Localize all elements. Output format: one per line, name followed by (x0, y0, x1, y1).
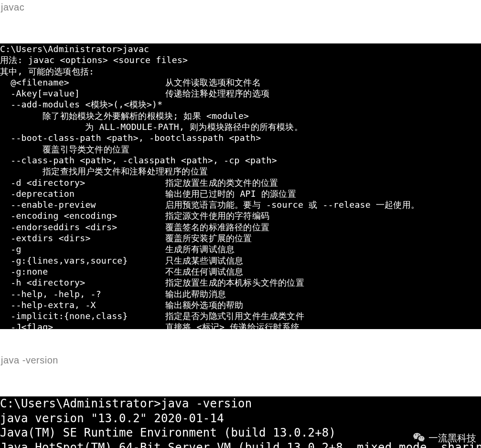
terminal-wrapper-2: C:\Users\Administrator>java -version jav… (0, 396, 481, 448)
terminal-wrapper-1: C:\Users\Administrator>javac 用法: javac <… (0, 43, 481, 329)
terminal-output-java-version: C:\Users\Administrator>java -version jav… (0, 396, 481, 448)
terminal-output-javac: C:\Users\Administrator>javac 用法: javac <… (0, 43, 481, 329)
section-title-javac: javac (0, 0, 481, 15)
section-title-java-version: java -version (0, 353, 481, 368)
